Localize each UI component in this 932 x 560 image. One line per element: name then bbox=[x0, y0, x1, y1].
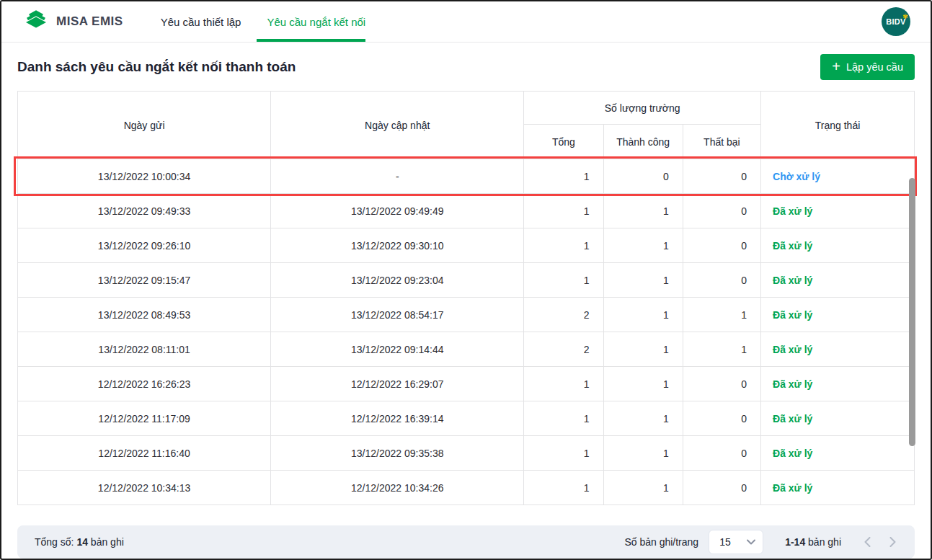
col-header-updated-date: Ngày cập nhật bbox=[271, 92, 524, 159]
col-header-failed: Thất bại bbox=[683, 125, 760, 159]
cell-sent-date: 12/12/2022 11:16:40 bbox=[18, 436, 271, 471]
cell-status[interactable]: Đã xử lý bbox=[761, 332, 915, 367]
next-page-button[interactable] bbox=[889, 537, 896, 547]
avatar[interactable]: BIDV ✾ bbox=[882, 7, 910, 36]
tab-disconnect-request[interactable]: Yêu cầu ngắt kết nối bbox=[267, 1, 365, 42]
cell-total: 1 bbox=[524, 367, 603, 401]
brand-logo: MISA EMIS bbox=[23, 7, 123, 36]
requests-table: Ngày gửi Ngày cập nhật Số lượng trường T… bbox=[17, 91, 915, 505]
cell-sent-date: 13/12/2022 08:49:53 bbox=[18, 298, 271, 332]
col-header-success: Thành công bbox=[603, 125, 683, 159]
table-row[interactable]: 12/12/2022 16:26:23 12/12/2022 16:29:07 … bbox=[18, 367, 915, 401]
cell-sent-date: 13/12/2022 08:11:01 bbox=[18, 332, 271, 367]
table-body: 13/12/2022 10:00:34 - 1 0 0 Chờ xử lý 13… bbox=[18, 159, 915, 505]
table-row[interactable]: 13/12/2022 09:26:10 13/12/2022 09:30:10 … bbox=[18, 228, 915, 263]
cell-updated-date: 12/12/2022 10:34:26 bbox=[271, 471, 524, 505]
cell-status[interactable]: Đã xử lý bbox=[761, 367, 915, 401]
create-request-button[interactable]: + Lập yêu cầu bbox=[820, 54, 915, 80]
cell-success: 1 bbox=[603, 228, 683, 263]
title-row: Danh sách yêu cầu ngắt kết nối thanh toá… bbox=[17, 54, 915, 80]
cell-total: 1 bbox=[524, 228, 603, 263]
misa-emis-logo-icon bbox=[23, 7, 49, 36]
cell-status[interactable]: Đã xử lý bbox=[761, 228, 915, 263]
cell-success: 1 bbox=[603, 401, 683, 436]
table-row[interactable]: 13/12/2022 10:00:34 - 1 0 0 Chờ xử lý bbox=[18, 159, 915, 194]
cell-failed: 0 bbox=[683, 228, 760, 263]
cell-total: 2 bbox=[524, 332, 603, 367]
cell-success: 1 bbox=[603, 436, 683, 471]
cell-status[interactable]: Đã xử lý bbox=[761, 263, 915, 298]
total-label: Tổng số: bbox=[35, 536, 74, 548]
cell-status[interactable]: Đã xử lý bbox=[761, 194, 915, 228]
cell-total: 2 bbox=[524, 298, 603, 332]
tab-setup-request[interactable]: Yêu cầu thiết lập bbox=[161, 1, 241, 42]
cell-total: 1 bbox=[524, 263, 603, 298]
table-row[interactable]: 13/12/2022 09:49:33 13/12/2022 09:49:49 … bbox=[18, 194, 915, 228]
cell-sent-date: 13/12/2022 10:00:34 bbox=[18, 159, 271, 194]
table-row[interactable]: 12/12/2022 11:16:40 13/12/2022 09:35:38 … bbox=[18, 436, 915, 471]
app-header: MISA EMIS Yêu cầu thiết lập Yêu cầu ngắt… bbox=[1, 1, 931, 43]
page-content: Danh sách yêu cầu ngắt kết nối thanh toá… bbox=[1, 43, 931, 516]
cell-total: 1 bbox=[524, 401, 603, 436]
table-row[interactable]: 12/12/2022 11:17:09 12/12/2022 16:39:14 … bbox=[18, 401, 915, 436]
previous-page-button[interactable] bbox=[864, 537, 871, 547]
create-request-button-label: Lập yêu cầu bbox=[846, 61, 903, 73]
cell-sent-date: 13/12/2022 09:26:10 bbox=[18, 228, 271, 263]
cell-status[interactable]: Đã xử lý bbox=[761, 401, 915, 436]
bidv-flower-icon: ✾ bbox=[902, 13, 908, 20]
record-range-text: 1-14 bản ghi bbox=[785, 536, 841, 548]
cell-updated-date: 13/12/2022 09:49:49 bbox=[271, 194, 524, 228]
cell-failed: 0 bbox=[683, 194, 760, 228]
total-records-text: Tổng số: 14 bản ghi bbox=[35, 536, 124, 548]
chevron-left-icon bbox=[864, 537, 871, 547]
cell-success: 1 bbox=[603, 298, 683, 332]
cell-updated-date: 12/12/2022 16:29:07 bbox=[271, 367, 524, 401]
pagination-controls: Số bản ghi/trang 15 1-14 bản ghi bbox=[624, 530, 896, 554]
table-row[interactable]: 13/12/2022 08:49:53 13/12/2022 08:54:17 … bbox=[18, 298, 915, 332]
col-header-fields-group: Số lượng trường bbox=[524, 92, 761, 125]
per-page-value: 15 bbox=[719, 536, 731, 548]
cell-updated-date: 13/12/2022 09:30:10 bbox=[271, 228, 524, 263]
plus-icon: + bbox=[832, 59, 840, 74]
per-page-select[interactable]: 15 bbox=[709, 530, 763, 554]
total-count: 14 bbox=[76, 536, 88, 548]
app-window: MISA EMIS Yêu cầu thiết lập Yêu cầu ngắt… bbox=[0, 0, 932, 560]
cell-sent-date: 13/12/2022 09:49:33 bbox=[18, 194, 271, 228]
cell-updated-date: 13/12/2022 09:14:44 bbox=[271, 332, 524, 367]
vertical-scrollbar-thumb[interactable] bbox=[909, 178, 915, 446]
brand-name: MISA EMIS bbox=[56, 14, 123, 29]
cell-status[interactable]: Đã xử lý bbox=[761, 436, 915, 471]
cell-sent-date: 12/12/2022 16:26:23 bbox=[18, 367, 271, 401]
cell-total: 1 bbox=[524, 471, 603, 505]
table-row[interactable]: 12/12/2022 10:34:13 12/12/2022 10:34:26 … bbox=[18, 471, 915, 505]
cell-success: 1 bbox=[603, 263, 683, 298]
cell-failed: 1 bbox=[683, 332, 760, 367]
cell-status[interactable]: Đã xử lý bbox=[761, 298, 915, 332]
pager bbox=[864, 537, 896, 547]
pagination-footer: Tổng số: 14 bản ghi Số bản ghi/trang 15 … bbox=[17, 525, 915, 559]
cell-status[interactable]: Đã xử lý bbox=[761, 471, 915, 505]
cell-updated-date: 12/12/2022 16:39:14 bbox=[271, 401, 524, 436]
cell-updated-date: 13/12/2022 08:54:17 bbox=[271, 298, 524, 332]
col-header-status: Trạng thái bbox=[761, 92, 915, 159]
cell-failed: 0 bbox=[683, 159, 760, 194]
cell-total: 1 bbox=[524, 159, 603, 194]
cell-failed: 0 bbox=[683, 436, 760, 471]
cell-success: 1 bbox=[603, 367, 683, 401]
cell-success: 1 bbox=[603, 194, 683, 228]
table-row[interactable]: 13/12/2022 09:15:47 13/12/2022 09:23:04 … bbox=[18, 263, 915, 298]
cell-failed: 0 bbox=[683, 263, 760, 298]
cell-updated-date: 13/12/2022 09:23:04 bbox=[271, 263, 524, 298]
header-tabs: Yêu cầu thiết lập Yêu cầu ngắt kết nối bbox=[161, 1, 366, 42]
requests-table-wrap: Ngày gửi Ngày cập nhật Số lượng trường T… bbox=[17, 91, 915, 505]
cell-failed: 0 bbox=[683, 471, 760, 505]
per-page-label: Số bản ghi/trang bbox=[624, 536, 698, 548]
col-header-sent-date: Ngày gửi bbox=[18, 92, 271, 159]
chevron-down-icon bbox=[747, 539, 755, 545]
chevron-right-icon bbox=[889, 537, 896, 547]
cell-success: 1 bbox=[603, 332, 683, 367]
table-row[interactable]: 13/12/2022 08:11:01 13/12/2022 09:14:44 … bbox=[18, 332, 915, 367]
cell-status[interactable]: Chờ xử lý bbox=[761, 159, 915, 194]
cell-failed: 0 bbox=[683, 367, 760, 401]
cell-total: 1 bbox=[524, 194, 603, 228]
